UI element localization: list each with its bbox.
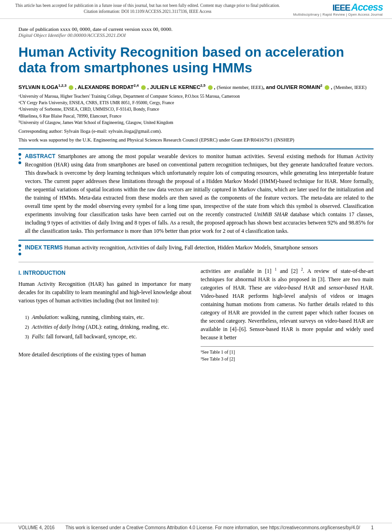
index-divider bbox=[18, 240, 374, 241]
footnote-1: ¹See Table 1 of [1] bbox=[201, 349, 374, 355]
list-item-2: 2) Activities of daily living (ADL): eat… bbox=[25, 323, 191, 331]
access-wordmark: Access bbox=[351, 3, 383, 12]
footnote-2: ²See Table 3 of [2] bbox=[201, 355, 374, 362]
blue-dot-6 bbox=[18, 253, 21, 255]
blue-dot-2 bbox=[19, 158, 21, 160]
doi-line: Digital Object Identifier 00.00000/ACCES… bbox=[18, 33, 374, 38]
index-terms-label: INDEX TERMS bbox=[25, 244, 63, 251]
page-number: 1 bbox=[371, 525, 374, 530]
index-decoration bbox=[18, 244, 21, 255]
body-columns: I. INTRODUCTION Human Activity Recogniti… bbox=[18, 267, 374, 362]
main-content: Date of publication xxxx 00, 0000, date … bbox=[0, 19, 392, 372]
intro-para-1: Human Activity Recognition (HAR) has gai… bbox=[18, 280, 191, 305]
affil-4: ⁴Bluelinea, 6 Rue Blaise Pascal, 78990, … bbox=[18, 113, 374, 119]
author-iloga: SYLVAIN ILOGA1,2,3 bbox=[18, 84, 66, 90]
abstract-label: ABSTRACT bbox=[25, 153, 55, 160]
abstract-decoration bbox=[18, 153, 21, 235]
abstract-section: ABSTRACT Smartphones are among the most … bbox=[18, 152, 374, 235]
abstract-divider bbox=[18, 148, 374, 149]
blue-dot-1 bbox=[18, 153, 21, 156]
orcid-icon-kernec bbox=[208, 85, 213, 90]
index-terms-section: INDEX TERMS Human activity recognition, … bbox=[18, 243, 374, 255]
blue-dot-4 bbox=[18, 244, 21, 247]
affil-2: ²CY Cergy Paris University, ENSEA, CNRS,… bbox=[18, 100, 374, 106]
pub-date: Date of publication xxxx 00, 0000, date … bbox=[18, 26, 374, 32]
orcid-icon-romain bbox=[325, 85, 329, 90]
intro-col-left-end: More detailed descriptions of the existi… bbox=[18, 350, 191, 359]
list-item-3: 3) Falls: fall forward, fall backward, s… bbox=[25, 332, 191, 341]
author-senior: , (Senior member, IEEE), and OLIVIER ROM… bbox=[214, 84, 322, 90]
affil-1: ¹University of Maroua, Higher Teachers' … bbox=[18, 93, 374, 100]
page: This article has been accepted for publi… bbox=[0, 0, 392, 532]
author-member: , (Member, IEEE) bbox=[331, 84, 366, 90]
top-banner: This article has been accepted for publi… bbox=[0, 0, 392, 19]
volume-label: VOLUME 4, 2016 bbox=[18, 525, 54, 530]
ieee-logo-sub: Multidisciplinary | Rapid Review | Open … bbox=[293, 12, 383, 17]
author-bordat: , ALEXANDRE BORDAT2,4 bbox=[75, 84, 139, 90]
ieee-wordmark: IEEE bbox=[333, 4, 350, 12]
article-title: Human Activity Recognition based on acce… bbox=[18, 44, 374, 75]
bottom-bar: VOLUME 4, 2016 This work is licensed und… bbox=[0, 523, 392, 532]
list-item-1: 1) Ambulation: walking, running, climbin… bbox=[25, 313, 191, 321]
author-kernec: , JULIEN LE KERNEC2,5 bbox=[147, 84, 205, 90]
banner-text: This article has been accepted for publi… bbox=[9, 3, 286, 15]
intro-heading: I. INTRODUCTION bbox=[18, 269, 191, 277]
right-column: activities are available in [1] 1 and [2… bbox=[201, 267, 374, 362]
abstract-text: Smartphones are among the most popular w… bbox=[25, 153, 374, 234]
body-divider bbox=[18, 262, 374, 262]
authors-line: SYLVAIN ILOGA1,2,3 , ALEXANDRE BORDAT2,4… bbox=[18, 83, 374, 91]
affiliations: ¹University of Maroua, Higher Teachers' … bbox=[18, 93, 374, 126]
blue-dot-5 bbox=[19, 249, 21, 251]
license-text: This work is licensed under a Creative C… bbox=[65, 525, 360, 530]
abstract-content: ABSTRACT Smartphones are among the most … bbox=[25, 152, 374, 235]
orcid-icon-bordat bbox=[141, 85, 146, 90]
left-column: I. INTRODUCTION Human Activity Recogniti… bbox=[18, 267, 191, 362]
affil-3: ³University of Sorbonne, ENSEA, CIRD, UM… bbox=[18, 106, 374, 112]
ieee-logo: IEEE Access Multidisciplinary | Rapid Re… bbox=[293, 3, 383, 17]
intro-col-right: activities are available in [1] 1 and [2… bbox=[201, 267, 374, 342]
footnote-area: ¹See Table 1 of [1] ²See Table 3 of [2] bbox=[201, 346, 374, 362]
blue-dot-3 bbox=[18, 161, 21, 164]
index-terms-text: Human activity recognition, Activities o… bbox=[64, 244, 318, 251]
corresponding-author: Corresponding author: Sylvain Iloga (e-m… bbox=[18, 129, 374, 134]
orcid-icon-iloga bbox=[69, 85, 73, 90]
affil-5: ⁵University of Glasgow, James Watt Schoo… bbox=[18, 119, 374, 126]
index-content: INDEX TERMS Human activity recognition, … bbox=[25, 243, 374, 255]
funding-info: This work was supported by the U.K. Engi… bbox=[18, 136, 374, 144]
